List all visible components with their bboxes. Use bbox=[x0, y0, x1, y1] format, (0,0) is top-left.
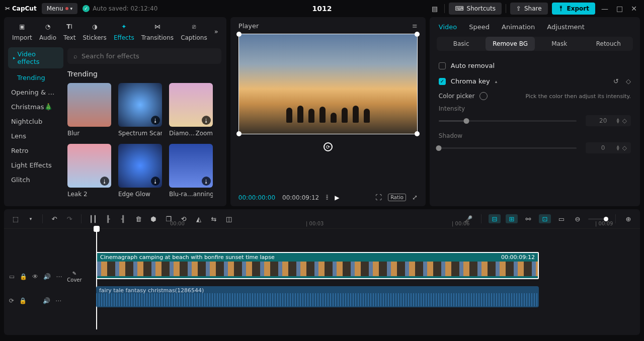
tab-audio[interactable]: ◔Audio bbox=[39, 21, 56, 41]
rtab-video[interactable]: Video bbox=[439, 23, 457, 31]
trim-left-tool[interactable]: ╟ bbox=[103, 213, 114, 224]
sidebar-item-trending[interactable]: Trending bbox=[4, 70, 67, 85]
reel-icon[interactable]: ▭ bbox=[9, 273, 15, 280]
audio-clip[interactable]: fairy tale fantasy christmas(1286544) bbox=[96, 286, 539, 307]
auto-removal-checkbox[interactable] bbox=[439, 62, 446, 69]
download-icon[interactable]: ⭳ bbox=[202, 177, 211, 186]
eye-icon[interactable]: 👁 bbox=[32, 273, 38, 280]
speaker-icon[interactable]: 🔊 bbox=[43, 273, 51, 280]
handle-bl[interactable] bbox=[236, 131, 242, 136]
rtab-speed[interactable]: Speed bbox=[469, 23, 490, 31]
divider bbox=[506, 4, 506, 13]
minimize-button[interactable]: — bbox=[599, 5, 610, 13]
sidebar-item-retro[interactable]: Retro bbox=[4, 143, 67, 158]
tab-transitions[interactable]: ⋈Transitions bbox=[141, 21, 174, 41]
rtab-animation[interactable]: Animation bbox=[502, 23, 535, 31]
more-tabs-button[interactable]: » bbox=[214, 28, 218, 35]
sidebar-item-opening[interactable]: Opening & … bbox=[4, 85, 67, 100]
reset-icon[interactable]: ↺ bbox=[613, 77, 619, 85]
share-button[interactable]: ⇪ Share bbox=[510, 3, 548, 15]
eyedropper-icon[interactable] bbox=[479, 92, 488, 100]
split-tool[interactable]: ┃┃ bbox=[88, 213, 99, 224]
video-track-controls: ▭ 🔒 👁 🔊 ⋯ ✎Cover bbox=[4, 263, 74, 290]
intensity-slider[interactable] bbox=[439, 120, 577, 122]
lock-icon[interactable]: 🔒 bbox=[20, 273, 27, 280]
sync-icon[interactable]: ⟳ bbox=[9, 297, 14, 304]
effect-bluray-scanning[interactable]: ⭳Blu-ra…anning bbox=[169, 144, 213, 198]
close-button[interactable]: ✕ bbox=[629, 5, 639, 13]
download-icon[interactable]: ⭳ bbox=[202, 116, 211, 125]
tab-text[interactable]: TIText bbox=[63, 21, 75, 41]
play-button[interactable]: ▶ bbox=[335, 194, 339, 201]
export-button[interactable]: ⭱ Export bbox=[552, 3, 595, 15]
ratio-button[interactable]: Ratio bbox=[388, 194, 406, 201]
seg-retouch[interactable]: Retouch bbox=[584, 37, 633, 51]
handle-br[interactable] bbox=[415, 131, 420, 136]
maximize-button[interactable]: □ bbox=[614, 5, 625, 13]
player-menu-icon[interactable]: ≡ bbox=[412, 22, 418, 30]
seg-mask[interactable]: Mask bbox=[535, 37, 584, 51]
rtab-adjustment[interactable]: Adjustment bbox=[547, 23, 585, 31]
speaker-icon[interactable]: 🔊 bbox=[43, 297, 50, 304]
chroma-key-checkbox[interactable]: ✓ bbox=[439, 78, 446, 85]
intensity-input[interactable]: 20 ▲▼ ◇ bbox=[586, 115, 631, 126]
more-icon[interactable]: ⋯ bbox=[55, 297, 61, 304]
auto-removal-label: Auto removal bbox=[451, 62, 495, 69]
pointer-tool[interactable]: ⬚ bbox=[10, 213, 21, 224]
stepper-icon[interactable]: ▲▼ bbox=[616, 118, 619, 124]
sidebar-item-nightclub[interactable]: Nightclub bbox=[4, 114, 67, 129]
shadow-input[interactable]: 0 ▲▼ ◇ bbox=[586, 142, 631, 153]
download-icon[interactable]: ⭳ bbox=[151, 177, 160, 186]
tab-effects[interactable]: ✦Effects bbox=[114, 21, 134, 41]
redo-button[interactable]: ↷ bbox=[64, 213, 75, 224]
keyframe-icon[interactable]: ◇ bbox=[622, 144, 627, 151]
preview-canvas[interactable] bbox=[238, 34, 418, 134]
handle-tl[interactable] bbox=[236, 32, 242, 37]
fullscreen-icon[interactable]: ⤢ bbox=[412, 194, 418, 201]
tab-captions[interactable]: ⎚Captions bbox=[181, 21, 207, 41]
shortcuts-button[interactable]: ⌨ Shortcuts bbox=[449, 3, 502, 15]
tab-stickers[interactable]: ◑Stickers bbox=[83, 21, 106, 41]
more-icon[interactable]: ⋯ bbox=[56, 273, 62, 280]
effects-heading: Trending bbox=[67, 70, 221, 78]
seg-basic[interactable]: Basic bbox=[437, 37, 486, 51]
properties-panel: Video Speed Animation Adjustment Basic R… bbox=[430, 17, 640, 206]
tab-import[interactable]: ▣Import bbox=[12, 21, 32, 41]
video-clip[interactable]: Cinemagraph camping at beach with bonfir… bbox=[96, 252, 539, 279]
trim-right-tool[interactable]: ╢ bbox=[118, 213, 129, 224]
grid-icon[interactable]: ⦙⦙⦙ bbox=[326, 194, 328, 201]
menu-button[interactable]: Menu ▾ bbox=[42, 3, 77, 14]
tool-chevron[interactable]: ▾ bbox=[25, 213, 36, 224]
rotate-icon[interactable]: ⟳ bbox=[324, 142, 333, 151]
download-icon[interactable]: ⭳ bbox=[151, 116, 160, 125]
handle-tr[interactable] bbox=[415, 32, 420, 37]
timeline-ruler[interactable]: 00:00 | 00:03 | 00:06 | 00:09 bbox=[145, 218, 640, 229]
collapse-icon[interactable]: ▴ bbox=[495, 79, 498, 84]
slider-knob[interactable] bbox=[463, 118, 469, 124]
undo-button[interactable]: ↶ bbox=[49, 213, 60, 224]
effect-blur[interactable]: Blur bbox=[67, 83, 111, 137]
sidebar-item-lens[interactable]: Lens bbox=[4, 129, 67, 143]
sidebar-item-light[interactable]: Light Effects bbox=[4, 158, 67, 173]
slider-knob[interactable] bbox=[436, 145, 441, 151]
sidebar-item-christmas[interactable]: Christmas🎄 bbox=[4, 100, 67, 114]
lock-icon[interactable]: 🔒 bbox=[19, 297, 27, 304]
divider bbox=[444, 4, 445, 13]
download-icon[interactable]: ⭳ bbox=[100, 177, 109, 186]
stepper-icon[interactable]: ▲▼ bbox=[616, 145, 619, 151]
layout-icon[interactable]: ▤ bbox=[429, 3, 440, 14]
effect-leak2[interactable]: ⭳Leak 2 bbox=[67, 144, 111, 198]
effect-edge-glow[interactable]: ⭳Edge Glow bbox=[118, 144, 162, 198]
auto-removal-row[interactable]: Auto removal bbox=[430, 58, 640, 73]
shadow-slider[interactable] bbox=[439, 147, 577, 149]
effect-spectrum-scan[interactable]: ⭳Spectrum Scan bbox=[118, 83, 162, 137]
effect-diamond-zoom[interactable]: ⭳Diamo…Zoom bbox=[169, 83, 213, 137]
sidebar-item-glitch[interactable]: Glitch bbox=[4, 173, 67, 187]
video-effects-pill[interactable]: ▸Video effects bbox=[8, 47, 63, 68]
keyframe-icon[interactable]: ◇ bbox=[622, 117, 627, 124]
seg-removebg[interactable]: Remove BG bbox=[486, 37, 535, 51]
scan-icon[interactable]: ⛶ bbox=[375, 194, 382, 201]
keyframe-icon[interactable]: ◇ bbox=[626, 77, 631, 85]
search-effects-input[interactable]: ⌕ Search for effects bbox=[67, 48, 221, 64]
delete-tool[interactable]: 🗑 bbox=[133, 213, 144, 224]
